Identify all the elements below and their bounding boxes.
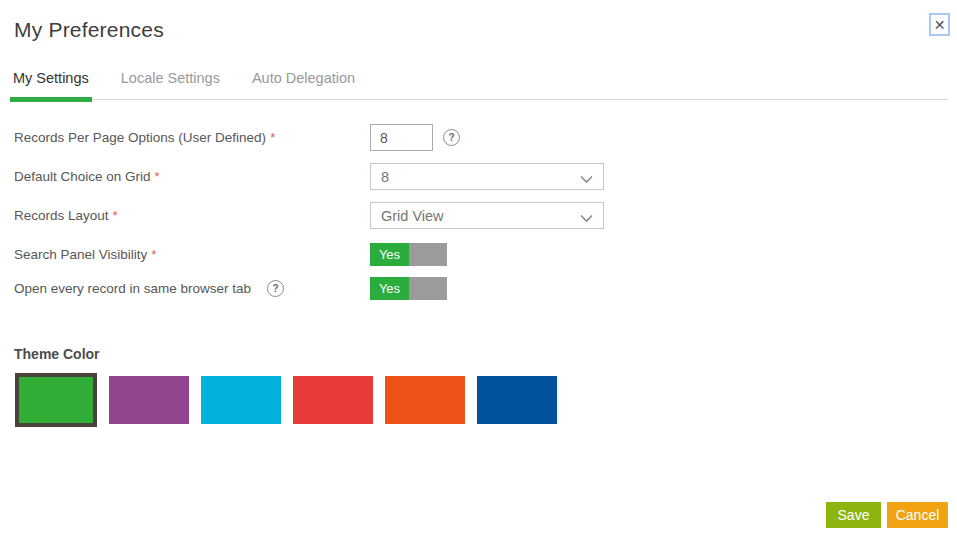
selected-value: 8 [381, 169, 389, 185]
required-asterisk: * [270, 130, 275, 145]
theme-color-red[interactable] [293, 376, 373, 424]
field-label: Records Layout * [14, 208, 370, 223]
theme-color-cyan[interactable] [201, 376, 281, 424]
tab-locale-settings[interactable]: Locale Settings [118, 68, 223, 99]
tab-bar: My Settings Locale Settings Auto Delegat… [10, 68, 948, 100]
close-button[interactable]: ✕ [929, 13, 950, 36]
tab-auto-delegation[interactable]: Auto Delegation [249, 68, 358, 99]
help-icon[interactable]: ? [267, 280, 284, 297]
tab-my-settings[interactable]: My Settings [10, 68, 92, 99]
close-icon: ✕ [934, 18, 946, 32]
theme-color-heading: Theme Color [14, 346, 100, 362]
help-glyph: ? [448, 132, 454, 143]
help-glyph: ? [273, 283, 279, 294]
help-icon[interactable]: ? [443, 129, 460, 146]
required-asterisk: * [155, 169, 160, 184]
my-preferences-dialog: My Preferences ✕ My Settings Locale Sett… [0, 0, 957, 537]
theme-color-blue[interactable] [477, 376, 557, 424]
tab-label: My Settings [13, 70, 89, 86]
chevron-down-icon [580, 171, 593, 187]
cancel-button[interactable]: Cancel [887, 502, 948, 528]
field-label-text: Search Panel Visibility [14, 247, 147, 262]
tab-label: Auto Delegation [252, 70, 355, 86]
form-row-search-panel: Search Panel Visibility * Yes [14, 243, 447, 266]
field-label: Open every record in same browser tab ? [14, 280, 370, 297]
required-asterisk: * [151, 247, 156, 262]
toggle-off-segment [409, 277, 447, 300]
search-panel-toggle[interactable]: Yes [370, 243, 447, 266]
theme-color-swatches [15, 373, 569, 427]
toggle-on-segment: Yes [370, 243, 409, 266]
records-layout-select[interactable]: Grid View [370, 202, 604, 229]
save-button[interactable]: Save [826, 502, 881, 528]
page-title: My Preferences [14, 18, 164, 42]
open-record-toggle[interactable]: Yes [370, 277, 447, 300]
form-row-open-record: Open every record in same browser tab ? … [14, 277, 447, 300]
toggle-off-segment [409, 243, 447, 266]
field-label: Default Choice on Grid * [14, 169, 370, 184]
field-label-text: Open every record in same browser tab [14, 281, 251, 296]
form-row-records-per-page: Records Per Page Options (User Defined) … [14, 124, 460, 151]
field-label-text: Default Choice on Grid [14, 169, 151, 184]
toggle-on-segment: Yes [370, 277, 409, 300]
selected-value: Grid View [381, 208, 444, 224]
theme-color-purple[interactable] [109, 376, 189, 424]
form-row-default-choice: Default Choice on Grid * 8 [14, 163, 604, 190]
form-row-records-layout: Records Layout * Grid View [14, 202, 604, 229]
theme-color-green[interactable] [15, 373, 97, 427]
default-choice-select[interactable]: 8 [370, 163, 604, 190]
required-asterisk: * [113, 208, 118, 223]
tab-label: Locale Settings [121, 70, 220, 86]
field-label-text: Records Per Page Options (User Defined) [14, 130, 266, 145]
field-label: Search Panel Visibility * [14, 247, 370, 262]
records-per-page-input[interactable] [370, 124, 433, 151]
theme-color-orange[interactable] [385, 376, 465, 424]
field-label: Records Per Page Options (User Defined) … [14, 130, 370, 145]
field-label-text: Records Layout [14, 208, 109, 223]
chevron-down-icon [580, 210, 593, 226]
